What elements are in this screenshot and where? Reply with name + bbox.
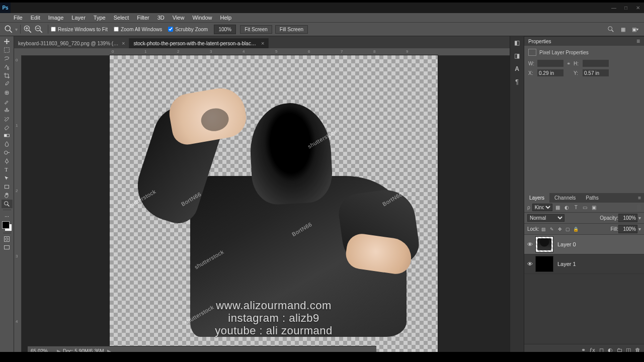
color-swatches[interactable] — [2, 221, 12, 231]
opt-zoom-all[interactable]: Zoom All Windows — [114, 27, 162, 32]
panel-menu-icon[interactable]: ≡ — [635, 193, 644, 203]
layer-name[interactable]: Layer 0 — [557, 241, 576, 247]
menu-file[interactable]: File — [14, 15, 23, 21]
ruler-origin[interactable] — [14, 48, 22, 56]
zoom-out-icon[interactable] — [34, 25, 43, 34]
canvas[interactable]: shutterstock BortN66 shutterstock BortN6… — [110, 55, 438, 355]
opacity-input[interactable] — [618, 214, 637, 222]
menu-type[interactable]: Type — [94, 15, 106, 21]
tab-channels[interactable]: Channels — [549, 193, 581, 203]
panel-menu-icon[interactable]: ≡ — [636, 38, 640, 45]
healing-tool-icon[interactable] — [2, 88, 13, 97]
close-tab-icon[interactable]: × — [261, 40, 264, 46]
blur-tool-icon[interactable] — [2, 140, 13, 148]
close-tab-icon[interactable]: × — [122, 40, 125, 46]
filter-type-icon[interactable]: T — [573, 204, 580, 211]
document-tab[interactable]: keyboard-311803_960_720.png @ 139% (Laye… — [14, 38, 129, 48]
zoom-tool-icon[interactable] — [2, 200, 13, 208]
quick-mask-icon[interactable] — [2, 235, 13, 243]
menu-select[interactable]: Select — [114, 15, 129, 21]
brush-tool-icon[interactable] — [2, 97, 13, 106]
fill-screen-button[interactable]: Fill Screen — [275, 25, 308, 34]
prop-x-input[interactable] — [537, 69, 564, 76]
opt-resize-windows[interactable]: Resize Windows to Fit — [51, 27, 108, 32]
filter-shape-icon[interactable]: ▭ — [582, 204, 589, 211]
paragraph-panel-icon[interactable]: ¶ — [513, 77, 522, 86]
tab-paths[interactable]: Paths — [581, 193, 604, 203]
menu-help[interactable]: Help — [220, 15, 232, 21]
lock-artboard-icon[interactable]: ▢ — [565, 226, 572, 233]
tab-layers[interactable]: Layers — [524, 193, 549, 203]
hand-tool-icon[interactable] — [2, 191, 13, 200]
rectangle-tool-icon[interactable] — [2, 183, 13, 191]
history-panel-icon[interactable]: ◧ — [513, 38, 522, 47]
layer-kind-select[interactable]: Kind — [532, 204, 552, 211]
layer-row[interactable]: 👁 Layer 1 — [524, 254, 644, 274]
layer-name[interactable]: Layer 1 — [557, 261, 576, 267]
prop-w-input[interactable] — [537, 60, 564, 67]
layer-thumbnail[interactable] — [535, 256, 553, 272]
lock-all-icon[interactable]: 🔒 — [573, 226, 580, 233]
opt-scrubby-zoom[interactable]: Scrubby Zoom — [168, 27, 208, 32]
fit-screen-button[interactable]: Fit Screen — [240, 25, 272, 34]
clone-stamp-tool-icon[interactable] — [2, 106, 13, 114]
workspace-switcher-icon[interactable]: ▣ ▾ — [630, 24, 640, 34]
ruler-vertical[interactable]: 0 1 2 3 4 — [14, 55, 22, 355]
menu-bar[interactable]: File Edit Image Layer Type Select Filter… — [0, 13, 644, 22]
window-maximize[interactable]: □ — [620, 3, 632, 13]
menu-3d[interactable]: 3D — [157, 15, 165, 21]
svg-line-1 — [10, 30, 12, 33]
document-tab[interactable]: stock-photo-the-person-with-the-latent-p… — [129, 38, 269, 48]
marquee-tool-icon[interactable] — [2, 46, 13, 54]
prop-h-input[interactable] — [583, 60, 609, 67]
filter-pixel-icon[interactable]: ▦ — [554, 204, 561, 211]
zoom-value-input[interactable] — [214, 25, 236, 34]
menu-window[interactable]: Window — [192, 15, 212, 21]
ruler-horizontal[interactable]: 0 1 2 3 4 5 6 7 8 9 — [21, 48, 510, 56]
pen-tool-icon[interactable] — [2, 157, 13, 165]
arrange-docs-icon[interactable]: ▦ — [618, 24, 628, 34]
eyedropper-tool-icon[interactable] — [2, 80, 13, 88]
dodge-tool-icon[interactable] — [2, 148, 13, 157]
menu-layer[interactable]: Layer — [71, 15, 86, 21]
search-icon[interactable] — [606, 24, 616, 34]
menu-image[interactable]: Image — [48, 15, 64, 21]
menu-edit[interactable]: Edit — [31, 15, 40, 21]
path-select-tool-icon[interactable] — [2, 174, 13, 183]
character-panel-icon[interactable]: A — [513, 64, 522, 73]
filter-toggle[interactable] — [637, 205, 641, 211]
crop-tool-icon[interactable] — [2, 71, 13, 80]
edit-toolbar-icon[interactable]: ··· — [2, 212, 13, 220]
zoom-in-icon[interactable] — [23, 25, 32, 34]
eraser-tool-icon[interactable] — [2, 123, 13, 131]
screen-mode-icon[interactable] — [2, 243, 13, 252]
window-minimize[interactable]: — — [608, 3, 620, 13]
lock-transparency-icon[interactable]: ▨ — [540, 226, 547, 233]
properties-panel-header[interactable]: Properties≡ — [524, 36, 644, 46]
quick-select-tool-icon[interactable] — [2, 63, 13, 71]
layer-row[interactable]: 👁 Layer 0 — [524, 235, 644, 254]
canvas-viewport[interactable]: 0 1 2 3 4 5 6 7 8 9 0 1 2 3 4 — [14, 48, 510, 355]
menu-filter[interactable]: Filter — [137, 15, 149, 21]
filter-smart-icon[interactable]: ▣ — [591, 204, 598, 211]
prop-y-input[interactable] — [583, 69, 609, 76]
layers-list[interactable]: 👁 Layer 0 👁 Layer 1 — [524, 235, 644, 344]
layer-thumbnail[interactable] — [535, 236, 553, 252]
lasso-tool-icon[interactable] — [2, 54, 13, 63]
lock-pixels-icon[interactable]: ✎ — [548, 226, 555, 233]
filter-adjust-icon[interactable]: ◐ — [564, 204, 571, 211]
gradient-tool-icon[interactable] — [2, 131, 13, 140]
type-tool-icon[interactable]: T — [2, 165, 13, 174]
blend-mode-select[interactable]: Normal — [527, 214, 565, 222]
window-close[interactable]: ✕ — [632, 3, 644, 13]
zoom-tool-icon[interactable] — [4, 25, 13, 34]
link-wh-icon[interactable]: ⚭ — [567, 61, 571, 66]
layer-visibility-icon[interactable]: 👁 — [524, 241, 535, 247]
lock-position-icon[interactable]: ✥ — [556, 226, 564, 233]
layer-visibility-icon[interactable]: 👁 — [524, 261, 535, 267]
move-tool-icon[interactable] — [2, 37, 13, 46]
history-brush-tool-icon[interactable] — [2, 114, 13, 123]
menu-view[interactable]: View — [173, 15, 185, 21]
swatches-panel-icon[interactable]: ◨ — [513, 51, 522, 60]
fill-input[interactable] — [618, 225, 637, 233]
